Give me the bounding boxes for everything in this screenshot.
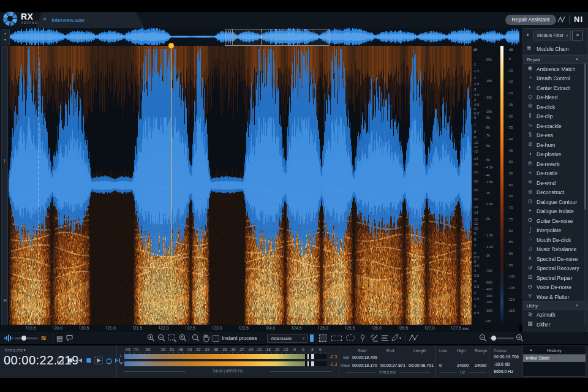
spectrogram-blend-icon[interactable]: ≋: [40, 334, 47, 342]
instant-process-checkbox[interactable]: [213, 335, 219, 342]
module-item-label: Interpolate: [537, 227, 561, 233]
vzoom-out-button[interactable]: [479, 334, 488, 342]
module-item-de-bleed[interactable]: ⊙De-bleed: [523, 92, 587, 102]
module-item-center-extract[interactable]: ◐Center Extract: [523, 83, 587, 92]
monitor-button[interactable]: [56, 356, 64, 364]
brush-selection-tool[interactable]: [358, 334, 367, 342]
stop-button[interactable]: [85, 356, 92, 364]
spectrogram-view[interactable]: [9, 46, 472, 325]
time-format-selector[interactable]: h:m:s.ms ▾: [5, 348, 26, 353]
record-button[interactable]: [67, 356, 74, 364]
spectral-repair-icon: ⊞: [526, 274, 534, 280]
go-to-start-button[interactable]: [76, 356, 83, 364]
module-item-dialogue-isolate[interactable]: ◓Dialogue Isolate: [523, 206, 587, 216]
module-item-deconstruct[interactable]: ⊛Deconstruct: [523, 187, 587, 197]
module-filter-dropdown[interactable]: Module Filter ∨: [533, 31, 571, 40]
magnifier-tool[interactable]: [192, 334, 200, 342]
meter-right[interactable]: [124, 361, 326, 366]
module-item-ambience-match[interactable]: ◉Ambience Match: [523, 64, 587, 74]
module-item-dialogue-contour[interactable]: ◷Dialogue Contour: [523, 197, 587, 206]
colorbar-tick-label: 95: [507, 263, 513, 267]
module-item-wow-flutter[interactable]: ϒWow & Flutter: [523, 292, 587, 301]
blend-slider-knob[interactable]: [21, 335, 27, 341]
range-value[interactable]: 24000: [475, 363, 486, 368]
module-item-interpolate[interactable]: ∫Interpolate: [523, 225, 587, 235]
module-item-de-click[interactable]: ※De-click: [523, 102, 587, 111]
harmonics-selection-tool[interactable]: [381, 334, 389, 342]
freq-tick-label: 3k: [484, 191, 490, 195]
module-item-spectral-de-noise[interactable]: ∧Spectral De-noise: [523, 254, 587, 263]
section-header-utility[interactable]: Utility▲: [523, 301, 587, 310]
spectrogram-colorbar[interactable]: dB51015202530354045505560657075808590951…: [499, 46, 524, 325]
waveform-scribble-icon[interactable]: [557, 15, 566, 24]
repair-assistant-button[interactable]: Repair Assistant: [505, 15, 556, 25]
module-item-de-rustle[interactable]: ≈De-rustle: [523, 168, 587, 178]
caret-down-icon[interactable]: ▾: [399, 336, 401, 340]
view-start-value[interactable]: 00:00:19.170: [352, 363, 377, 368]
filter-toggle-icon[interactable]: ▸: [527, 32, 529, 37]
sidebar-menu-button[interactable]: ≡: [572, 31, 583, 40]
module-item-dither[interactable]: ▦Dither: [523, 319, 587, 329]
high-value[interactable]: 24000: [457, 363, 469, 368]
section-header-repair[interactable]: Repair▲: [523, 55, 587, 64]
frequency-selection-tool[interactable]: [331, 336, 342, 341]
vzoom-in-button[interactable]: [516, 334, 524, 342]
curve-edit-tool[interactable]: [409, 334, 418, 342]
module-item-de-plosive[interactable]: ◖De-plosive: [523, 149, 587, 159]
module-item-de-clip[interactable]: ‖De-clip: [523, 111, 587, 121]
overview-strip[interactable]: ▴ ▾: [0, 28, 588, 46]
low-value[interactable]: 0: [439, 363, 442, 368]
hand-tool[interactable]: [202, 334, 210, 342]
overview-view-box[interactable]: [225, 29, 330, 46]
module-item-de-hum[interactable]: ⊘De-hum: [523, 140, 587, 149]
time-ruler[interactable]: sec 19.520.020.521.021.522.022.523.023.5…: [0, 325, 519, 332]
waveform-blend-icon[interactable]: [4, 334, 13, 342]
zoom-all-button[interactable]: [179, 334, 187, 342]
time-frequency-selection-tool[interactable]: [319, 334, 326, 342]
history-header[interactable]: ▲ History: [523, 346, 586, 355]
loop-button[interactable]: [105, 356, 113, 364]
module-item-spectral-recovery[interactable]: ↺Spectral Recovery: [523, 263, 587, 273]
channel-strip[interactable]: L R: [1, 46, 8, 325]
view-end-value[interactable]: 00:00:27.871: [380, 363, 405, 368]
module-item-guitar-de-noise[interactable]: ʘGuitar De-noise: [523, 216, 587, 225]
process-mode-dropdown[interactable]: Attenuate ∨: [267, 334, 308, 343]
module-item-mouth-de-click[interactable]: ∴Mouth De-click: [523, 235, 587, 244]
play-button[interactable]: [94, 356, 103, 364]
collapse-icon[interactable]: ▲: [575, 57, 579, 61]
vzoom-slider-knob[interactable]: [491, 335, 497, 341]
zoom-selection-button[interactable]: [168, 334, 177, 342]
module-item-music-rebalance[interactable]: ♫Music Rebalance: [523, 244, 587, 254]
lasso-selection-tool[interactable]: [346, 334, 355, 341]
collapse-icon[interactable]: ▲: [575, 303, 579, 307]
sel-start-value[interactable]: 00:00:19.705: [352, 355, 377, 360]
tab-close-icon[interactable]: ×: [43, 16, 47, 23]
overview-resize-control[interactable]: ▴ ▾: [1, 29, 10, 45]
module-item-de-ess[interactable]: §De-ess: [523, 130, 587, 140]
amplitude-frequency-ruler[interactable]: dB-1-1.5-2-2.5-3-3.5-4-4.5-5-5.5-6-7-8-9…: [472, 46, 499, 325]
feather-tool[interactable]: [391, 334, 399, 342]
module-item-spectral-repair[interactable]: ⊞Spectral Repair: [523, 273, 587, 282]
composite-view-icon[interactable]: ▤: [56, 334, 62, 342]
history-item-initial-state[interactable]: Initial State: [523, 355, 586, 362]
sidebar-scrollbar[interactable]: [584, 63, 586, 326]
magic-wand-tool[interactable]: [370, 334, 379, 342]
module-item-de-crackle[interactable]: ∿De-crackle: [523, 121, 587, 130]
comment-icon[interactable]: [66, 334, 74, 342]
zoom-out-button[interactable]: [157, 334, 166, 342]
tab-interview-wav[interactable]: × Interview.wav: [36, 12, 145, 28]
playhead-handle[interactable]: [168, 43, 174, 48]
module-item-azimuth[interactable]: ≷Azimuth: [523, 310, 587, 320]
module-item-voice-de-noise[interactable]: ΘVoice De-noise: [523, 282, 587, 292]
module-item-de-wind[interactable]: ≋De-wind: [523, 178, 587, 187]
zoom-in-button[interactable]: [147, 334, 156, 342]
time-selection-tool[interactable]: [310, 334, 314, 342]
scrollbar-thumb[interactable]: [584, 63, 586, 210]
module-chain-icon: ≣: [527, 45, 532, 51]
meter-left[interactable]: [124, 354, 326, 359]
module-item-breath-control[interactable]: ◔Breath Control: [523, 74, 587, 83]
view-length-value[interactable]: 00:00:08.701: [409, 363, 434, 368]
spectrogram-canvas[interactable]: [9, 46, 472, 325]
module-chain-item[interactable]: ≣ Module Chain: [523, 42, 587, 55]
module-item-de-reverb[interactable]: ◎De-reverb: [523, 159, 587, 168]
